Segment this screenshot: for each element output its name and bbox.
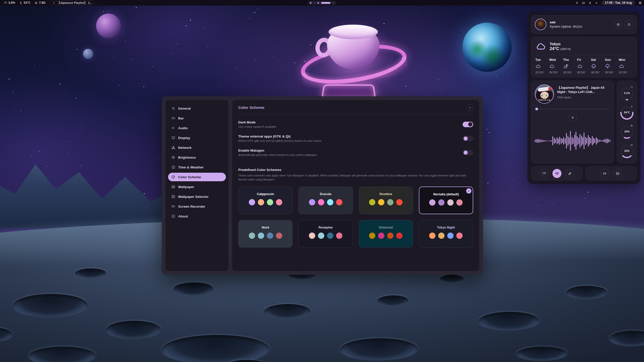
clock[interactable]: 17:09 - Tue, 19 Aug	[601, 1, 635, 5]
gauge-value: 24%	[619, 149, 634, 152]
sidebar-item[interactable]: Audio	[168, 124, 226, 132]
sidebar-item[interactable]: Wallpaper	[168, 183, 226, 191]
power-profile-button[interactable]	[552, 169, 561, 178]
color-swatch	[396, 233, 403, 239]
user-name: seb	[550, 20, 582, 24]
sidebar-item[interactable]: General	[168, 104, 226, 113]
forecast-day: Sat 36°/26°	[591, 58, 605, 74]
star	[514, 179, 514, 180]
color-scheme-card[interactable]: Tokyo Night	[419, 220, 473, 248]
star	[77, 49, 77, 50]
status-indicator-icon[interactable]	[588, 1, 592, 5]
quick-action-button[interactable]	[600, 169, 609, 178]
play-pause-button[interactable]	[568, 113, 577, 122]
star	[157, 159, 158, 160]
star	[172, 53, 172, 53]
close-button[interactable]	[467, 104, 473, 111]
weather-card: Tokyo 24°C (GMT+9) Tue 33°/24° Wed	[531, 37, 637, 77]
visualizer-bar	[544, 140, 545, 142]
star	[550, 192, 550, 193]
power-button[interactable]	[625, 20, 633, 29]
toggle-switch[interactable]	[463, 122, 473, 127]
color-scheme-card[interactable]: Catppuccin	[238, 187, 293, 214]
system-stat[interactable]: 7.8G	[34, 1, 46, 5]
color-scheme-card[interactable]: Noctalia (default)	[419, 187, 473, 214]
sidebar-item[interactable]: Brightness	[168, 153, 226, 162]
tray-icon[interactable]	[582, 1, 585, 5]
system-stat[interactable]: 3.8%	[4, 1, 15, 5]
power-profile-button[interactable]	[540, 169, 549, 178]
sidebar-item-icon	[171, 204, 175, 208]
star	[554, 204, 554, 204]
sidebar-item[interactable]: Screen Recorder	[168, 202, 226, 211]
seek-bar[interactable]	[535, 108, 610, 110]
scheme-name: Nord	[262, 226, 269, 229]
color-swatch	[369, 233, 375, 239]
gauge-icon	[629, 143, 634, 147]
system-stat[interactable]: 53°C	[19, 1, 30, 5]
sidebar-item[interactable]: Network	[168, 143, 226, 152]
color-scheme-card[interactable]: Solarized	[359, 220, 413, 248]
setting-row: Dark Mode Use a dark variant if availabl…	[238, 120, 473, 128]
forecast-day-label: Thu	[563, 58, 569, 62]
visualizer-bar	[557, 137, 557, 144]
visualizer-bar	[551, 140, 552, 142]
workspace-dot[interactable]	[310, 2, 312, 4]
star	[544, 216, 544, 216]
seek-thumb[interactable]	[535, 108, 538, 110]
sidebar-item-label: Screen Recorder	[178, 205, 205, 208]
settings-window: General Bar Audio Display Network	[162, 96, 483, 275]
toggle-switch[interactable]	[463, 150, 473, 155]
floating-cup-art	[310, 22, 397, 108]
sidebar-item-icon	[171, 106, 175, 110]
forecast-weather-icon	[591, 64, 596, 69]
star	[588, 192, 588, 193]
visualizer-bar	[546, 140, 546, 141]
workspace-dot[interactable]	[321, 2, 331, 4]
power-profile-button[interactable]	[565, 169, 574, 178]
star	[81, 128, 82, 128]
star	[584, 198, 585, 199]
scheme-name: Gruvbox	[379, 192, 392, 196]
scheme-palette	[309, 233, 342, 239]
app-launcher-icon[interactable]	[638, 1, 642, 5]
visualizer-bar	[568, 136, 568, 146]
album-art-eye	[541, 95, 543, 97]
star	[598, 191, 598, 191]
sidebar-item[interactable]: Time & Weather	[168, 163, 226, 171]
visualizer-bar	[608, 139, 609, 143]
settings-button[interactable]	[614, 20, 622, 29]
sidebar-item-icon	[171, 214, 175, 218]
sidebar-item[interactable]: About	[168, 212, 226, 220]
star	[273, 39, 274, 39]
sidebar-item[interactable]: Bar	[168, 114, 226, 122]
star	[263, 61, 263, 62]
scheme-name: Noctalia (default)	[433, 193, 459, 196]
tray-icon[interactable]	[575, 1, 579, 5]
visualizer-bar	[558, 139, 559, 143]
color-swatch	[438, 199, 445, 206]
color-scheme-card[interactable]: Nord	[238, 220, 293, 248]
color-scheme-card[interactable]: Gruvbox	[359, 187, 413, 214]
workspace-dot[interactable]	[317, 2, 319, 4]
color-scheme-card[interactable]: Dracula	[298, 187, 353, 214]
settings-content: Color Scheme Dark Mode Use a dark varian…	[232, 100, 479, 271]
workspace-dot[interactable]	[333, 2, 334, 4]
star	[484, 209, 484, 209]
color-scheme-card[interactable]: Rosepine	[298, 220, 353, 248]
toggle-switch[interactable]	[463, 136, 473, 141]
workspace-indicator	[308, 1, 337, 5]
scheme-palette	[369, 199, 403, 205]
quick-action-button[interactable]	[613, 169, 622, 178]
album-art: TOKYO LO	[535, 84, 554, 104]
visualizer-bar	[600, 140, 601, 142]
sidebar-item[interactable]: Display	[168, 133, 226, 142]
media-pill[interactable]: 【Japanese Playlist】 J...	[50, 1, 95, 5]
star	[31, 156, 31, 156]
sidebar-item[interactable]: Color Scheme	[168, 173, 226, 181]
status-indicator-icon[interactable]	[595, 1, 598, 5]
sidebar-item[interactable]: Wallpaper Selector	[168, 192, 226, 201]
workspace-dot[interactable]	[314, 2, 315, 4]
star	[192, 56, 193, 56]
star	[17, 35, 17, 35]
